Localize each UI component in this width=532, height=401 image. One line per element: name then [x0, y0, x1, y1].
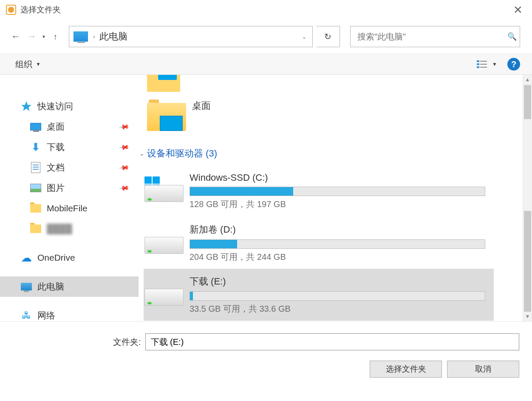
svg-rect-0 — [477, 60, 479, 62]
sidebar-item-pictures[interactable]: 图片 📌 — [0, 178, 139, 198]
window-title: 选择文件夹 — [20, 4, 61, 15]
sidebar-item-downloads[interactable]: ⬇ 下载 📌 — [0, 137, 139, 157]
tile-label: 桌面 — [192, 100, 211, 112]
search-input[interactable] — [351, 32, 504, 42]
drive-usage-bar — [190, 239, 485, 249]
up-button[interactable]: ↑ — [49, 31, 61, 43]
titlebar: 选择文件夹 ✕ — [0, 0, 532, 20]
sidebar: 快速访问 桌面 📌 ⬇ 下载 📌 文档 📌 图片 📌 MobileFile — [0, 75, 139, 321]
sidebar-item-label: 快速访问 — [37, 100, 73, 112]
folder-icon — [28, 222, 43, 235]
sidebar-item-this-pc[interactable]: 此电脑 — [0, 276, 139, 297]
svg-marker-6 — [21, 101, 31, 111]
onedrive-icon: ☁ — [19, 251, 34, 264]
sidebar-item-label: ████ — [47, 224, 72, 234]
svg-rect-3 — [480, 61, 487, 62]
folder-icon — [28, 202, 43, 215]
folder-icon — [147, 99, 186, 131]
partial-folder-tile[interactable] — [147, 75, 180, 92]
close-icon[interactable]: ✕ — [507, 3, 529, 17]
view-dropdown-icon[interactable]: ▼ — [492, 61, 497, 67]
help-icon[interactable]: ? — [507, 58, 520, 71]
sidebar-item-label: 网络 — [37, 310, 55, 321]
sidebar-item-label: 文档 — [47, 162, 65, 173]
breadcrumb-current[interactable]: 此电脑 — [99, 30, 127, 43]
sidebar-item-label: OneDrive — [37, 253, 75, 263]
toolbar: 组织 ▼ ▼ ? — [0, 54, 532, 75]
pin-icon: 📌 — [118, 121, 130, 132]
folder-field-label: 文件夹: — [113, 336, 141, 348]
sidebar-item-documents[interactable]: 文档 📌 — [0, 157, 139, 178]
drive-item-e[interactable]: 下载 (E:) 33.5 GB 可用，共 33.6 GB — [144, 269, 494, 321]
drive-name: 新加卷 (D:) — [190, 223, 485, 236]
desktop-icon — [28, 120, 43, 133]
search-box[interactable]: 🔍 — [350, 26, 520, 47]
app-icon — [6, 5, 16, 15]
recent-dropdown[interactable]: ▾ — [42, 34, 45, 40]
pin-icon: 📌 — [118, 141, 130, 153]
drive-icon — [144, 228, 184, 257]
pin-icon: 📌 — [118, 182, 130, 193]
sidebar-quick-access[interactable]: 快速访问 — [0, 96, 139, 117]
svg-rect-4 — [480, 64, 487, 65]
svg-rect-5 — [480, 67, 487, 68]
breadcrumb-separator: › — [93, 33, 95, 40]
network-icon: 🖧 — [19, 309, 34, 321]
sidebar-item-onedrive[interactable]: ☁ OneDrive — [0, 247, 139, 268]
sidebar-item-label: 桌面 — [47, 121, 65, 133]
address-bar[interactable]: › 此电脑 ⌄ — [69, 26, 313, 47]
pictures-icon — [28, 182, 43, 194]
drive-icon — [144, 176, 184, 205]
sidebar-item-label: 图片 — [47, 182, 65, 194]
breadcrumb-dropdown[interactable]: ⌄ — [297, 27, 311, 46]
drive-status: 33.5 GB 可用，共 33.6 GB — [190, 303, 485, 315]
organize-dropdown-icon[interactable]: ▼ — [36, 61, 41, 67]
select-folder-button[interactable]: 选择文件夹 — [370, 361, 442, 378]
nav-row: ← → ▾ ↑ › 此电脑 ⌄ ↻ 🔍 — [0, 20, 532, 54]
group-header-label: 设备和驱动器 (3) — [147, 147, 217, 160]
drive-item-c[interactable]: Windows-SSD (C:) 128 GB 可用，共 197 GB — [144, 165, 494, 217]
star-icon — [19, 100, 34, 113]
footer: 文件夹: 选择文件夹 取消 — [0, 321, 532, 384]
sidebar-item-label: MobileFile — [47, 203, 88, 213]
svg-rect-2 — [477, 66, 479, 68]
pin-icon: 📌 — [118, 162, 130, 173]
scroll-up-icon[interactable]: ▲ — [523, 75, 532, 84]
download-icon: ⬇ — [28, 141, 43, 154]
group-header-devices[interactable]: ⌄ 设备和驱动器 (3) — [139, 147, 217, 160]
drive-usage-bar — [190, 291, 485, 301]
drive-icon — [144, 280, 184, 309]
drive-status: 204 GB 可用，共 244 GB — [190, 251, 485, 263]
sidebar-item-desktop[interactable]: 桌面 📌 — [0, 117, 139, 137]
drive-item-d[interactable]: 新加卷 (D:) 204 GB 可用，共 244 GB — [144, 217, 494, 269]
sidebar-item-label: 下载 — [47, 141, 65, 153]
scroll-down-icon[interactable]: ▼ — [523, 312, 532, 321]
content-area: 桌面 ⌄ 设备和驱动器 (3) Windows-SSD (C:) 128 GB … — [139, 75, 532, 321]
cancel-button[interactable]: 取消 — [447, 361, 519, 378]
chevron-down-icon: ⌄ — [139, 150, 144, 157]
pc-icon — [19, 280, 34, 293]
pc-icon — [74, 31, 88, 42]
drive-status: 128 GB 可用，共 197 GB — [190, 199, 485, 210]
search-icon[interactable]: 🔍 — [504, 32, 520, 41]
folder-input[interactable] — [145, 333, 519, 350]
view-options-icon[interactable] — [477, 60, 487, 69]
drive-name: Windows-SSD (C:) — [190, 172, 485, 183]
scrollbar[interactable]: ▲ ▼ — [523, 75, 532, 321]
refresh-button[interactable]: ↻ — [316, 26, 340, 47]
sidebar-item-network[interactable]: 🖧 网络 — [0, 305, 139, 321]
svg-rect-1 — [477, 63, 479, 65]
sidebar-item-label: 此电脑 — [37, 281, 64, 293]
scrollbar-thumb[interactable] — [524, 211, 531, 312]
desktop-folder-tile[interactable]: 桌面 — [147, 99, 211, 131]
drive-usage-bar — [190, 187, 485, 196]
sidebar-item-redacted[interactable]: ████ — [0, 219, 139, 239]
drive-name: 下载 (E:) — [190, 275, 485, 288]
back-button[interactable]: ← — [9, 30, 22, 43]
document-icon — [28, 161, 43, 174]
sidebar-item-mobilefile[interactable]: MobileFile — [0, 198, 139, 219]
scrollbar-thumb[interactable] — [524, 85, 531, 119]
forward-button[interactable]: → — [25, 30, 38, 43]
organize-button[interactable]: 组织 — [15, 59, 32, 70]
